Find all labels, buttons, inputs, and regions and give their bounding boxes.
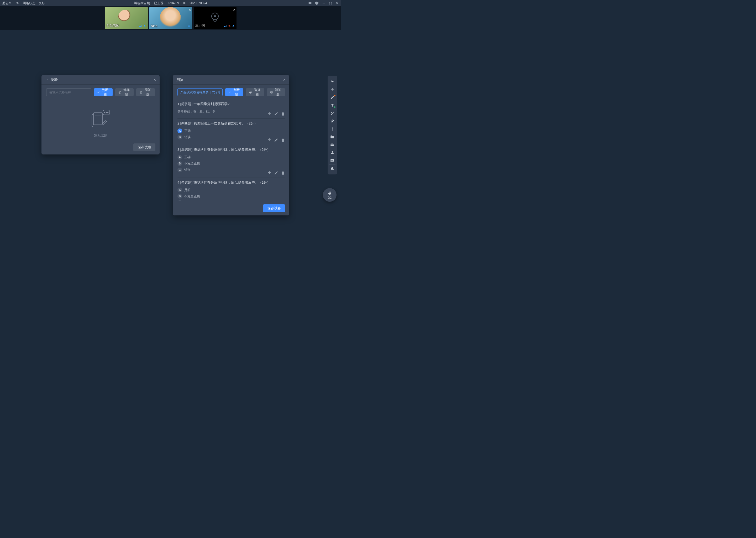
signal-icon <box>139 25 142 27</box>
video-tile-teacher[interactable]: 叮当老师 <box>105 7 148 29</box>
pen-tool[interactable] <box>328 93 337 101</box>
question-header: 2 [判断题] 我国宪法上一次更新是在2020年。（2分） <box>177 121 285 126</box>
back-icon[interactable]: 〈 <box>45 78 49 82</box>
empty-illustration-icon <box>89 108 112 129</box>
svg-rect-4 <box>93 113 102 125</box>
question-item: 2 [判断题] 我国宪法上一次更新是在2020年。（2分）A正确B错误 <box>177 119 285 145</box>
packet-loss-label: 丢包率：0% <box>2 1 19 6</box>
svg-point-8 <box>108 112 109 113</box>
svg-point-10 <box>250 92 251 93</box>
move-icon[interactable] <box>267 171 271 175</box>
option-letter: A <box>177 188 182 192</box>
option-letter: A <box>177 129 182 133</box>
save-quiz-button[interactable]: 保存试卷 <box>133 143 155 151</box>
question-header: 1 [简答题] 一年四季分别是哪四季? <box>177 101 285 107</box>
option-text: 不完全正确 <box>184 161 200 166</box>
move-tool[interactable] <box>328 86 337 93</box>
add-short-answer-button[interactable]: 简答题 <box>267 88 285 96</box>
quiz-panel-empty: 〈 测验 × 判断题 选择题 简答题 暂无试题 保存试卷 <box>41 75 160 154</box>
option-letter: A <box>177 155 182 160</box>
laser-tool[interactable] <box>328 125 337 133</box>
add-judge-button[interactable]: 判断题 <box>225 88 243 96</box>
option-text: 错误 <box>184 200 191 201</box>
panel-title: 测验 <box>176 78 183 82</box>
question-item: 4 [多选题] 施华洛世奇是反华品牌，所以梁鼎琪反华。（2分）A是的B不完全正确… <box>177 178 285 201</box>
camera-toggle-icon[interactable] <box>308 1 312 5</box>
elapsed-time: 已上课：02:34:09 <box>154 1 179 6</box>
quiz-panel-filled: 测验 × 判断题 选择题 简答题 1 [简答题] 一年四季分别是哪四季?参考答案… <box>173 75 289 215</box>
delete-icon[interactable] <box>281 112 285 116</box>
save-quiz-button[interactable]: 保存试卷 <box>263 204 285 212</box>
answer-option[interactable]: C错误 <box>177 200 285 201</box>
answer-option[interactable]: A正确 <box>177 155 285 160</box>
svg-point-6 <box>105 112 105 113</box>
camera-off-icon <box>211 13 219 20</box>
svg-rect-0 <box>323 3 325 3</box>
panel-close-icon[interactable]: × <box>283 78 286 82</box>
delete-icon[interactable] <box>281 138 285 142</box>
option-letter: B <box>177 135 182 139</box>
toolbox-tool[interactable] <box>328 141 337 149</box>
chat-tool[interactable] <box>328 157 337 164</box>
text-tool[interactable] <box>328 101 337 109</box>
answer-option[interactable]: A是的 <box>177 188 285 192</box>
bell-tool[interactable] <box>328 164 337 172</box>
question-item: 1 [简答题] 一年四季分别是哪四季?参考答案：春、夏、秋、冬 <box>177 99 285 119</box>
minimize-icon[interactable] <box>322 1 325 5</box>
tile-close-icon[interactable]: × <box>189 8 191 12</box>
add-choice-button[interactable]: 选择题 <box>246 88 264 96</box>
video-tile-student[interactable]: × 王小明 <box>194 7 237 29</box>
hand-icon <box>327 191 332 196</box>
option-text: 正确 <box>184 129 191 133</box>
question-header: 3 [单选题] 施华洛世奇是反华品牌，所以梁鼎琪反华。（2分） <box>177 147 285 152</box>
empty-state: 暂无试题 <box>46 99 155 140</box>
video-tile-student[interactable]: × Nina <box>149 7 192 29</box>
edit-icon[interactable] <box>274 112 278 116</box>
mic-icon <box>143 25 146 27</box>
svg-point-7 <box>106 112 107 113</box>
svg-point-2 <box>119 92 120 93</box>
edit-icon[interactable] <box>274 171 278 175</box>
answer-option[interactable]: B不完全正确 <box>177 161 285 166</box>
move-icon[interactable] <box>267 112 271 116</box>
title-bar: 丢包率：0% 网络状态：良好 神秘大自然 已上课：02:34:09 ID：202… <box>0 0 341 6</box>
answer-option[interactable]: B不完全正确 <box>177 194 285 198</box>
answer-option[interactable]: A正确 <box>177 129 285 133</box>
network-status-label: 网络状态：良好 <box>23 1 45 6</box>
option-letter: C <box>177 200 182 201</box>
cursor-tool[interactable] <box>328 78 337 86</box>
panel-title: 测验 <box>51 78 58 82</box>
question-header: 4 [多选题] 施华洛世奇是反华品牌，所以梁鼎琪反华。（2分） <box>177 180 285 185</box>
tools-toolbar <box>328 76 337 175</box>
close-icon[interactable] <box>336 1 339 5</box>
eraser-tool[interactable] <box>328 117 337 125</box>
add-choice-button[interactable]: 选择题 <box>115 88 134 96</box>
participant-name: Nina <box>151 24 158 28</box>
settings-icon[interactable] <box>315 1 319 5</box>
quiz-name-input[interactable] <box>177 88 223 96</box>
users-tool[interactable] <box>328 149 337 157</box>
empty-text: 暂无试题 <box>94 133 107 138</box>
question-item: 3 [单选题] 施华洛世奇是反华品牌，所以梁鼎琪反华。（2分）A正确B不完全正确… <box>177 145 285 178</box>
option-letter: B <box>177 194 182 198</box>
option-text: 错误 <box>184 135 191 139</box>
move-icon[interactable] <box>267 138 271 142</box>
tile-close-icon[interactable]: × <box>233 8 235 12</box>
video-strip: 叮当老师 × Nina × 王小明 <box>0 6 341 30</box>
maximize-icon[interactable] <box>329 1 332 5</box>
delete-icon[interactable] <box>281 171 285 175</box>
raise-hand-badge[interactable]: 0/2 <box>323 188 337 202</box>
folder-tool[interactable] <box>328 133 337 141</box>
panel-close-icon[interactable]: × <box>154 78 156 82</box>
course-title: 神秘大自然 <box>134 1 150 6</box>
edit-icon[interactable] <box>274 138 278 142</box>
option-text: 是的 <box>184 188 191 192</box>
quiz-name-input[interactable] <box>46 88 91 96</box>
svg-point-12 <box>332 129 333 130</box>
option-text: 错误 <box>184 168 191 172</box>
add-short-answer-button[interactable]: 简答题 <box>136 88 155 96</box>
participant-name: 王小明 <box>195 24 205 28</box>
scissors-tool[interactable] <box>328 109 337 117</box>
add-judge-button[interactable]: 判断题 <box>94 88 113 96</box>
participant-name: 叮当老师 <box>107 24 119 28</box>
